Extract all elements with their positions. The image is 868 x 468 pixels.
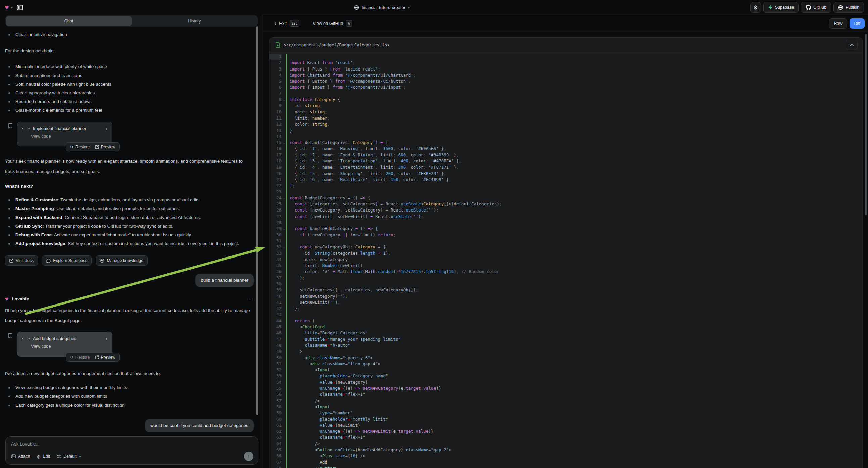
assistant-name: Lovable	[12, 296, 29, 301]
chevron-down-icon: ▾	[408, 6, 410, 9]
view-on-github-button[interactable]: View on GitHub G	[313, 20, 352, 27]
restore-button[interactable]: ↺Restore	[70, 355, 90, 359]
app-window: ♥ ▾ financial-future-creator ▾ ⚙	[0, 0, 868, 468]
code-line: 34 name: newCategory,	[270, 257, 862, 263]
external-link-icon	[95, 145, 99, 149]
chat-scrollbar[interactable]	[256, 26, 258, 415]
chat-bubble-icon	[46, 259, 51, 263]
gear-icon: ⚙	[753, 4, 758, 11]
project-name: financial-future-creator	[362, 5, 405, 10]
code-line: 8⌄interface Category {	[270, 97, 862, 103]
message-menu-button[interactable]: ⋯	[248, 296, 254, 302]
code-line: 28	[270, 220, 862, 226]
bookmark-icon[interactable]	[8, 123, 13, 128]
explore-supabase-button[interactable]: Explore Supabase	[42, 256, 92, 266]
code-line: 19 { id: '4', name: 'Entertainment', lim…	[270, 164, 862, 170]
github-button[interactable]: GitHub	[801, 2, 831, 13]
code-line: 17 { id: '2', name: 'Food & Dining', lim…	[270, 152, 862, 158]
code-line: 22];	[270, 183, 862, 189]
chevron-right-icon[interactable]: ›	[106, 336, 107, 342]
raw-toggle-button[interactable]: Raw	[829, 19, 847, 29]
file-path: src/components/budget/BudgetCategories.t…	[283, 42, 390, 47]
code-line: 51 <div className="flex gap-4">	[270, 361, 862, 367]
list-item: Minimalist interface with plenty of whit…	[5, 62, 254, 71]
view-code-link[interactable]: View code	[31, 344, 107, 349]
version-card-wrapper: < > Implement financial planner › View c…	[5, 120, 254, 152]
code-line: 49 >	[270, 349, 862, 354]
code-line: 2import React from 'react';	[270, 60, 862, 66]
image-icon	[11, 454, 16, 459]
code-line: 23	[270, 189, 862, 195]
code-line: 26 const [newCategory, setNewCategory] =…	[270, 207, 862, 213]
code-line: 65 <Button onClick={handleAddCategory} c…	[270, 447, 862, 453]
code-lines[interactable]: 12import React from 'react';3import { Pl…	[270, 52, 862, 468]
target-icon: ◎	[37, 454, 40, 459]
attach-button[interactable]: Attach	[11, 454, 30, 459]
scrollback-bullets: Clean, intuitive navigation	[5, 30, 254, 39]
code-line: 43	[270, 312, 862, 318]
tab-chat[interactable]: Chat	[6, 16, 131, 26]
lovable-avatar-icon: ♥	[5, 296, 9, 302]
chevron-down-icon: ▾	[79, 455, 81, 458]
visit-docs-button[interactable]: Visit docs	[5, 256, 38, 266]
code-line: 16 { id: '1', name: 'Housing', limit: 15…	[270, 146, 862, 152]
list-item: Add new budget categories with custom li…	[5, 392, 254, 401]
code-line: 27 const [newLimit, setNewLimit] = React…	[270, 213, 862, 220]
code-line: 67 Add	[270, 459, 862, 465]
code-panel: ‹ Exit ESC View on GitHub G Raw Diff src…	[263, 15, 868, 468]
design-heading: For the design aesthetic:	[5, 46, 254, 56]
tab-history[interactable]: History	[131, 16, 257, 26]
code-line: 48 className="h-auto"	[270, 343, 862, 349]
restore-button[interactable]: ↺Restore	[70, 145, 90, 149]
assistant-message: I'll help you add budget categories to t…	[5, 305, 254, 326]
code-line: 14	[270, 134, 862, 140]
code-line: 33 id: String(categories.length + 1),	[270, 251, 862, 257]
chevron-left-icon: ‹	[275, 21, 276, 27]
chat-history-tabs: Chat History	[5, 16, 258, 27]
added-bullets: View existing budget categories with the…	[5, 383, 254, 410]
code-line: 61 value={newLimit}	[270, 422, 862, 429]
code-line: 25 const [categories, setCategories] = R…	[270, 201, 862, 207]
settings-button[interactable]: ⚙	[750, 2, 761, 13]
bookmark-icon[interactable]	[8, 333, 13, 339]
list-item: Subtle animations and transitions	[5, 71, 254, 80]
mode-select[interactable]: Default ▾	[57, 454, 81, 459]
code-line: 37 };	[270, 275, 862, 281]
list-item: GitHub Sync: Transfer your project's cod…	[5, 222, 254, 231]
code-line: 38	[270, 281, 862, 287]
view-code-link[interactable]: View code	[31, 134, 107, 139]
list-item: View existing budget categories with the…	[5, 383, 254, 392]
sidebar-toggle-button[interactable]	[15, 2, 25, 12]
diff-toggle-button[interactable]: Diff	[849, 19, 865, 29]
preview-button[interactable]: Preview	[95, 145, 116, 149]
project-switcher[interactable]: financial-future-creator ▾	[354, 0, 410, 15]
edit-button[interactable]: ◎ Edit	[37, 454, 50, 459]
code-line: 3import { Plus } from 'lucide-react';	[270, 66, 862, 72]
code-line: 58 <Input	[270, 404, 862, 410]
send-button[interactable]: ↑	[244, 451, 253, 461]
list-item: Add project knowledge: Set key context o…	[5, 239, 254, 248]
lovable-logo-icon[interactable]: ♥	[5, 4, 9, 11]
manage-knowledge-button[interactable]: Manage knowledge	[96, 256, 147, 266]
supabase-button[interactable]: Supabase	[763, 2, 799, 13]
preview-button[interactable]: Preview	[95, 355, 116, 359]
chevron-right-icon[interactable]: ›	[106, 125, 107, 131]
code-scrollbar[interactable]	[865, 34, 867, 215]
next-steps-bullets: Refine & Customize: Tweak the design, an…	[5, 196, 254, 248]
publish-button[interactable]: Publish	[833, 2, 864, 13]
assistant-message: I've added a new budget categories manag…	[5, 369, 254, 379]
code-line: 4import ChartCard from '@/components/ui/…	[270, 72, 862, 78]
list-item: Clean, intuitive navigation	[5, 30, 254, 39]
chat-scroll-area[interactable]: Clean, intuitive navigation For the desi…	[0, 27, 262, 435]
chevron-up-icon	[849, 43, 854, 46]
file-header[interactable]: src/components/budget/BudgetCategories.t…	[270, 38, 862, 52]
code-line: 6import { Input } from '@/components/ui/…	[270, 84, 862, 90]
exit-button[interactable]: ‹ Exit ESC	[275, 20, 299, 27]
chat-input-box[interactable]: Ask Lovable... Attach ◎ Edit	[5, 436, 258, 465]
collapse-file-button[interactable]	[845, 40, 858, 50]
code-icon: < >	[22, 126, 30, 130]
publish-globe-icon	[838, 5, 843, 10]
chevron-down-icon[interactable]: ▾	[11, 6, 13, 9]
package-icon	[100, 259, 104, 263]
code-line: 64 />	[270, 441, 862, 447]
